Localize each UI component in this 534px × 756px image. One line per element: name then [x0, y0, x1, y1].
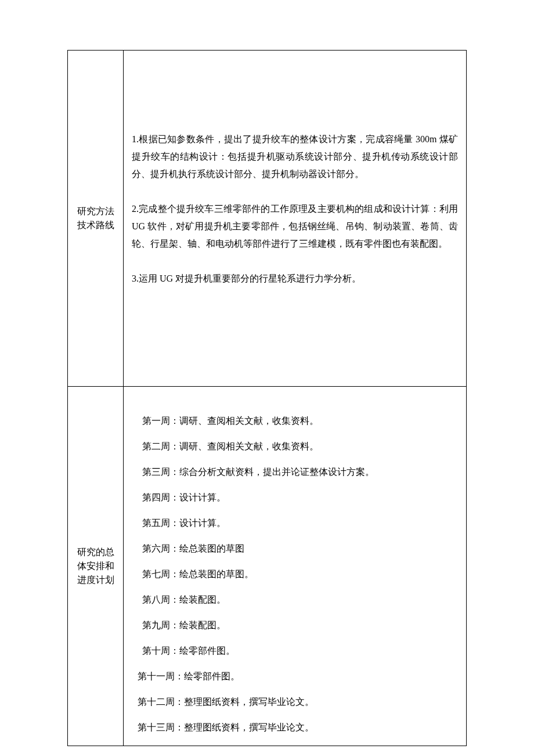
label-line: 体安排和: [68, 559, 123, 573]
schedule-line: 第八周：绘装配图。: [138, 591, 458, 609]
schedule-line: 第十周：绘零部件图。: [138, 642, 458, 660]
method-paragraph: 1.根据已知参数条件，提出了提升绞车的整体设计方案，完成容绳量 300m 煤矿提…: [132, 131, 458, 183]
document-table: 研究方法 技术路线 1.根据已知参数条件，提出了提升绞车的整体设计方案，完成容绳…: [67, 50, 467, 746]
table-row: 研究的总 体安排和 进度计划 第一周：调研、查阅相关文献，收集资料。第二周：调研…: [68, 387, 467, 746]
method-paragraph: 2.完成整个提升绞车三维零部件的工作原理及主要机构的组成和设计计算：利用 UG …: [132, 200, 458, 253]
schedule-line: 第五周：设计计算。: [138, 514, 458, 532]
page: 研究方法 技术路线 1.根据已知参数条件，提出了提升绞车的整体设计方案，完成容绳…: [0, 0, 534, 756]
table-row: 研究方法 技术路线 1.根据已知参数条件，提出了提升绞车的整体设计方案，完成容绳…: [68, 51, 467, 387]
schedule-line: 第六周：绘总装图的草图: [138, 540, 458, 557]
schedule-line: 第十一周：绘零部件图。: [138, 668, 458, 685]
schedule-line: 第三周：综合分析文献资料，提出并论证整体设计方案。: [138, 463, 458, 481]
schedule-line: 第九周：绘装配图。: [138, 617, 458, 634]
schedule-line: 第一周：调研、查阅相关文献，收集资料。: [138, 412, 458, 430]
schedule-block: 第一周：调研、查阅相关文献，收集资料。第二周：调研、查阅相关文献，收集资料。第三…: [124, 387, 466, 746]
row-content-methods: 1.根据已知参数条件，提出了提升绞车的整体设计方案，完成容绳量 300m 煤矿提…: [124, 51, 467, 387]
row-content-schedule: 第一周：调研、查阅相关文献，收集资料。第二周：调研、查阅相关文献，收集资料。第三…: [124, 387, 467, 746]
label-line: 研究的总: [68, 545, 123, 559]
schedule-line: 第四周：设计计算。: [138, 489, 458, 506]
row-label-schedule: 研究的总 体安排和 进度计划: [68, 387, 124, 746]
label-line: 研究方法: [68, 204, 123, 218]
schedule-line: 第二周：调研、查阅相关文献，收集资料。: [138, 438, 458, 455]
method-paragraph: 3.运用 UG 对提升机重要部分的行星轮系进行力学分析。: [132, 270, 458, 287]
schedule-line: 第十三周：整理图纸资料，撰写毕业论文。: [138, 719, 458, 736]
methods-block: 1.根据已知参数条件，提出了提升绞车的整体设计方案，完成容绳量 300m 煤矿提…: [124, 51, 466, 386]
schedule-line: 第七周：绘总装图的草图。: [138, 566, 458, 583]
schedule-line: 第十二周：整理图纸资料，撰写毕业论文。: [138, 693, 458, 711]
label-line: 技术路线: [68, 218, 123, 232]
row-label-methods: 研究方法 技术路线: [68, 51, 124, 387]
label-line: 进度计划: [68, 573, 123, 587]
